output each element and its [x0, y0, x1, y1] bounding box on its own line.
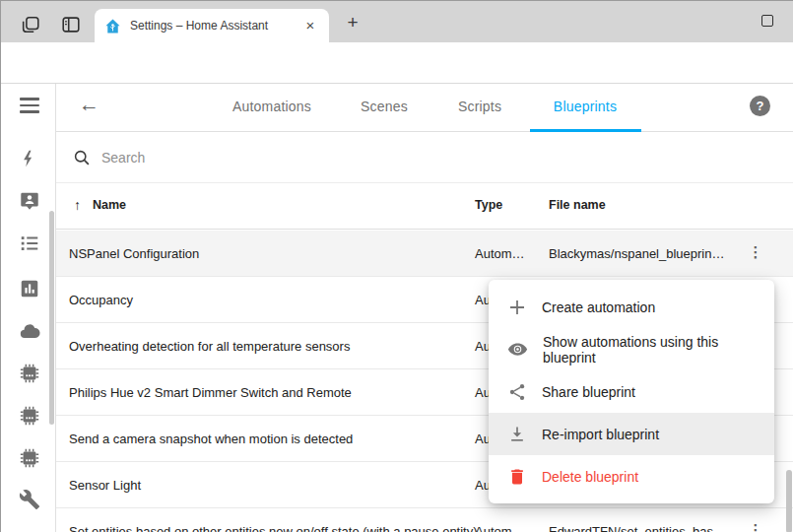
tab-automations[interactable]: Automations	[232, 99, 311, 114]
sort-asc-icon[interactable]: ↑	[74, 197, 81, 213]
row-name: Philips Hue v2 Smart Dimmer Switch and R…	[69, 385, 352, 400]
maximize-button[interactable]	[761, 15, 773, 27]
browser-toolbar: ← Not secure homeassistant.local :8123/.…	[1, 42, 793, 84]
share-icon	[507, 382, 527, 402]
download-icon	[507, 425, 527, 444]
menu-item-reimport-blueprint[interactable]: Re-import blueprint	[489, 413, 774, 455]
column-file-name[interactable]: File name	[549, 198, 606, 212]
sidebar-energy-icon[interactable]	[19, 148, 40, 169]
blueprint-context-menu: Create automation Show automations using…	[489, 280, 774, 503]
sidebar-assist-icon[interactable]	[19, 190, 40, 212]
plus-icon	[507, 298, 527, 317]
vertical-tabs-icon[interactable]	[60, 14, 82, 35]
sidebar-chip-icon-1[interactable]	[19, 363, 40, 384]
eye-icon	[507, 339, 528, 360]
app-back-icon[interactable]: ←	[79, 93, 99, 116]
row-name: NSPanel Configuration	[69, 246, 199, 261]
row-name: Sensor Light	[69, 478, 141, 493]
tab-scripts[interactable]: Scripts	[458, 99, 501, 114]
menu-item-share-blueprint[interactable]: Share blueprint	[489, 370, 774, 413]
row-type: Autom…	[475, 524, 525, 532]
sidebar-todo-list-icon[interactable]	[19, 233, 40, 254]
column-name[interactable]: Name	[93, 198, 126, 212]
new-tab-button[interactable]: +	[341, 11, 364, 34]
table-row[interactable]: NSPanel Configuration Autom… Blackymas/n…	[56, 231, 793, 277]
menu-item-delete-blueprint[interactable]: Delete blueprint	[489, 455, 774, 498]
tab-title: Settings – Home Assistant	[130, 19, 293, 33]
row-name: Send a camera snapshot when motion is de…	[69, 432, 353, 446]
table-row[interactable]: Set entities based on other entities new…	[56, 508, 793, 532]
browser-tab[interactable]: Settings – Home Assistant ×	[95, 9, 329, 42]
browser-window: Settings – Home Assistant × + ← Not secu…	[0, 0, 793, 532]
search-icon	[73, 149, 91, 166]
help-button[interactable]: ?	[750, 96, 770, 116]
tab-scenes[interactable]: Scenes	[361, 99, 408, 114]
menu-item-label: Create automation	[542, 299, 655, 315]
home-assistant-favicon	[104, 18, 121, 34]
tab-actions-icon[interactable]	[20, 14, 41, 35]
sidebar-chip-icon-3[interactable]	[19, 447, 40, 469]
sidebar-history-icon[interactable]	[19, 278, 40, 299]
menu-item-label: Show automations using this blueprint	[543, 334, 774, 366]
tab-close-icon[interactable]: ×	[301, 17, 319, 34]
search-row	[56, 132, 793, 183]
menu-item-show-automations[interactable]: Show automations using this blueprint	[489, 328, 774, 370]
search-input[interactable]	[101, 146, 496, 169]
sidebar-scrollbar[interactable]	[49, 211, 54, 425]
sidebar-settings-wrench-icon[interactable]	[19, 489, 40, 510]
sidebar-chip-icon-2[interactable]	[19, 405, 40, 427]
trash-icon	[507, 467, 527, 487]
menu-item-label: Delete blueprint	[542, 469, 638, 485]
row-name: Occupancy	[69, 293, 133, 307]
row-file: Blackymas/nspanel_blueprin…	[549, 246, 724, 261]
row-name: Overheating detection for all temperatur…	[69, 339, 350, 354]
sidebar-cloud-icon[interactable]	[19, 320, 40, 342]
row-type: Autom…	[475, 246, 525, 261]
row-file: EdwardTFN/set_entities_bas…	[549, 524, 726, 532]
column-type[interactable]: Type	[475, 198, 502, 212]
menu-item-create-automation[interactable]: Create automation	[489, 286, 774, 328]
row-menu-button[interactable]: ⋮	[746, 521, 765, 532]
sidebar	[1, 84, 56, 532]
menu-item-label: Share blueprint	[542, 384, 635, 400]
tab-blueprints[interactable]: Blueprints	[554, 99, 617, 114]
table-header: ↑ Name Type File name	[56, 183, 793, 230]
tab-strip: Settings – Home Assistant × +	[1, 1, 793, 42]
row-menu-button[interactable]: ⋮	[746, 243, 765, 263]
sidebar-menu-icon[interactable]	[20, 98, 39, 113]
row-name: Set entities based on other entities new…	[69, 524, 478, 532]
page-scrollbar[interactable]	[786, 470, 792, 532]
menu-item-label: Re-import blueprint	[542, 427, 659, 442]
